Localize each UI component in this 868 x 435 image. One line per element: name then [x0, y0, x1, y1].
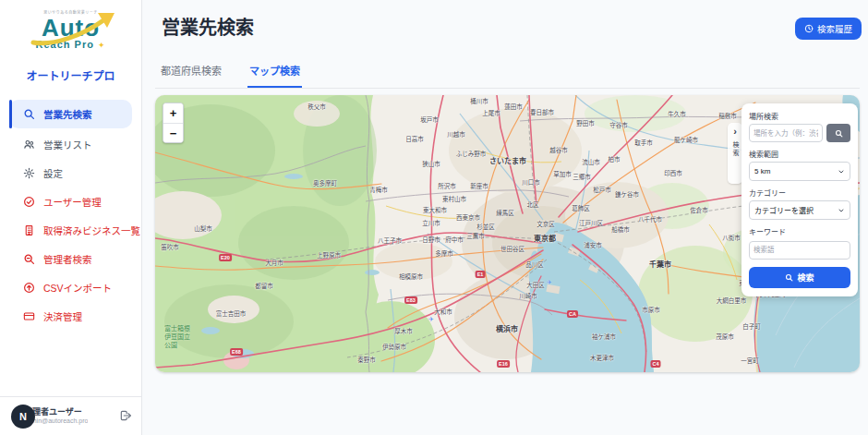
- search-icon: [785, 273, 793, 282]
- zoom-in-button[interactable]: +: [163, 103, 183, 123]
- admin-search-icon: [23, 253, 35, 265]
- range-label: 検索範囲: [749, 149, 850, 159]
- logo: 思いやりある自動営業リーチ Auto Reach Pro ✦ オートリーチプロ: [0, 0, 141, 91]
- map-canvas[interactable]: 秩父市奥多摩町青梅市山梨市笛吹市大月市上野原市都留市富士吉田市坂戸市日高市川越市…: [155, 95, 860, 372]
- place-input[interactable]: [749, 124, 823, 142]
- credit-card-icon: [23, 310, 35, 322]
- logo-japanese-name: オートリーチプロ: [6, 67, 136, 83]
- collapse-tab-label: 検索: [730, 141, 740, 158]
- tab-bar: 都道府県検索 マップ検索: [155, 57, 860, 89]
- sidebar-item[interactable]: 営業リスト: [9, 131, 132, 157]
- sidebar-item[interactable]: 営業先検索: [9, 100, 132, 128]
- tab-map-search[interactable]: マップ検索: [247, 57, 302, 88]
- sidebar-item[interactable]: ユーザー管理: [9, 188, 132, 214]
- search-icon: [23, 108, 35, 120]
- clock-icon: [804, 24, 814, 33]
- logo-art: 思いやりある自動営業リーチ Auto Reach Pro ✦: [20, 9, 122, 61]
- tab-prefecture-search[interactable]: 都道府県検索: [159, 57, 223, 88]
- app-root: 思いやりある自動営業リーチ Auto Reach Pro ✦ オートリーチプロ …: [0, 0, 868, 435]
- people-icon: [23, 139, 35, 151]
- national-park-label: 富士箱根 伊豆国立 公園: [164, 324, 190, 349]
- keyword-input[interactable]: [749, 241, 850, 260]
- user-check-icon: [23, 196, 35, 208]
- place-search-label: 場所検索: [749, 111, 850, 121]
- logout-icon: [119, 409, 132, 422]
- panel-collapse-tab[interactable]: › 検索: [728, 123, 742, 184]
- chevron-right-icon: ›: [733, 127, 737, 137]
- sidebar-item[interactable]: 管理者検索: [9, 246, 132, 272]
- search-submit-button[interactable]: 検索: [749, 267, 850, 288]
- chevron-down-icon: [838, 168, 845, 175]
- gear-icon: [23, 167, 35, 179]
- sidebar-item[interactable]: 設定: [9, 160, 132, 186]
- sidebar-item[interactable]: 取得済みビジネス一覧: [9, 217, 132, 243]
- chevron-down-icon: [838, 207, 845, 214]
- page-title: 営業先検索: [162, 13, 254, 40]
- sidebar-nav: 営業先検索営業リスト設定ユーザー管理取得済みビジネス一覧管理者検索CSVインポー…: [0, 91, 141, 396]
- building-icon: [23, 224, 35, 236]
- logout-button[interactable]: [119, 409, 132, 422]
- sidebar-item[interactable]: CSVインポート: [9, 274, 132, 300]
- search-icon: [835, 129, 843, 138]
- category-select[interactable]: カテゴリーを選択: [749, 200, 850, 220]
- map-search-panel: 場所検索 検索範囲 5 km カテゴリー カテゴリーを選択: [741, 103, 858, 296]
- map-zoom-control: + −: [163, 103, 184, 143]
- range-select[interactable]: 5 km: [749, 162, 850, 181]
- sidebar-item[interactable]: 決済管理: [9, 303, 132, 329]
- avatar: N: [11, 405, 35, 429]
- sidebar: 思いやりある自動営業リーチ Auto Reach Pro ✦ オートリーチプロ …: [0, 0, 142, 435]
- logo-brand-sub: Reach Pro: [35, 39, 93, 50]
- user-footer: N 管理者ユーザー admin@autoreach.pro: [0, 396, 141, 435]
- zoom-out-button[interactable]: −: [163, 123, 183, 142]
- logo-brand-text: Auto: [20, 16, 122, 40]
- place-search-button[interactable]: [826, 124, 850, 142]
- keyword-label: キーワード: [749, 226, 850, 236]
- star-icon: ✦: [98, 41, 106, 50]
- upload-icon: [23, 282, 35, 294]
- search-history-button[interactable]: 検索履歴: [795, 18, 862, 40]
- category-label: カテゴリー: [749, 187, 850, 198]
- main-content: 営業先検索 検索履歴 都道府県検索 マップ検索: [142, 0, 868, 435]
